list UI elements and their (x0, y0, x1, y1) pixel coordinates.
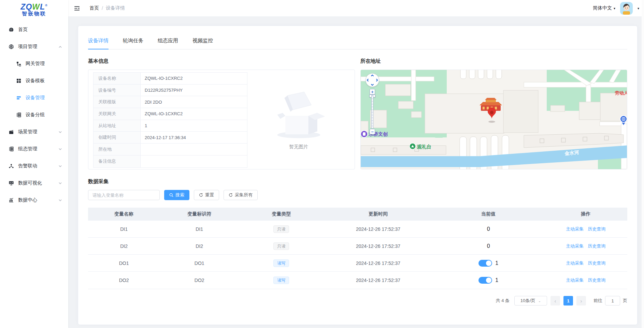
alarm-link-icon (8, 163, 14, 169)
sidebar-item-设备分组[interactable]: 设备分组 (0, 106, 68, 123)
current-value: 0 (487, 226, 490, 232)
goto-page-input[interactable] (605, 296, 620, 305)
map[interactable]: 金水河 (360, 70, 627, 169)
info-label: 所在地 (94, 144, 141, 155)
window-scrollbar[interactable] (642, 0, 644, 328)
avatar[interactable] (620, 2, 633, 15)
device-image-placeholder: 暂无图片 (247, 72, 350, 167)
map-zoom-out-button[interactable]: − (370, 129, 375, 134)
tab-视频监控[interactable]: 视频监控 (192, 38, 213, 49)
brand-subtitle: 智嵌物联 (22, 11, 46, 17)
chevron-down-icon (58, 164, 62, 168)
info-label: 设备编号 (94, 85, 141, 96)
current-value: 1 (495, 277, 498, 283)
info-value (141, 155, 247, 167)
actions-cell: 主动采集历史查询 (544, 243, 627, 249)
sidebar-item-组态管理[interactable]: 组态管理 (0, 140, 68, 158)
map-pan-control[interactable] (366, 73, 379, 87)
brand-logo[interactable]: ZQWL® 智嵌物联 (0, 0, 68, 17)
caret-down-icon[interactable]: ▾ (638, 6, 639, 10)
data-center-icon (8, 197, 14, 203)
search-icon (169, 193, 173, 197)
variable-search-input[interactable] (88, 190, 160, 200)
sidebar-item-项目管理[interactable]: 项目管理 (0, 38, 68, 55)
goto-label: 前往 (593, 298, 602, 304)
sidebar-item-数据可视化[interactable]: 数据可视化 (0, 175, 68, 192)
info-value: D122RJS2757PHY (141, 85, 247, 96)
variable-type-badge: 只读 (273, 225, 289, 233)
page-number-button[interactable]: 1 (563, 296, 573, 305)
info-value: ZQWL-IO-1CXRC2 (141, 73, 247, 84)
breadcrumb-separator: / (102, 5, 103, 11)
search-button[interactable]: 搜索 (164, 190, 189, 200)
sidebar-fold-icon[interactable] (73, 4, 81, 12)
prev-page-button[interactable]: ‹ (550, 296, 560, 305)
main-content: 设备详情轮询任务组态应用视频监控 基本信息 设备名称ZQWL-IO-1CXRC2… (68, 16, 644, 328)
sidebar-item-label: 数据中心 (18, 197, 37, 203)
empty-box-illustration (269, 89, 329, 140)
tab-轮询任务[interactable]: 轮询任务 (123, 38, 143, 49)
map-zoom-in-button[interactable]: + (370, 89, 375, 94)
sidebar-item-首页[interactable]: 首页 (0, 21, 68, 38)
sidebar-item-数据中心[interactable]: 数据中心 (0, 192, 68, 209)
breadcrumb-current: 设备详情 (106, 5, 125, 11)
next-page-button[interactable]: › (576, 296, 586, 305)
basic-info-box: 设备名称ZQWL-IO-1CXRC2设备编号D122RJS2757PHY关联模版… (88, 70, 355, 169)
language-selector[interactable]: 简体中文 ▾ (593, 5, 615, 11)
table-row: DI2DI2只读2024-12-26 17:52:370主动采集历史查询 (88, 238, 627, 255)
sidebar-item-告警联动[interactable]: 告警联动 (0, 158, 68, 175)
scene-icon (8, 129, 14, 135)
sidebar-item-label: 场景管理 (18, 129, 37, 135)
value-toggle-switch[interactable] (478, 277, 492, 284)
info-row: 创建时间2024-12-17 17:36:34 (94, 132, 247, 144)
variable-name-cell: DO2 (88, 278, 160, 283)
variable-id-cell: DO1 (160, 260, 239, 266)
action-link-history[interactable]: 历史查询 (588, 260, 605, 266)
info-value (141, 144, 247, 155)
topbar: 首页 / 设备详情 简体中文 ▾ ▾ (68, 0, 644, 16)
variable-type-cell: 读写 (239, 259, 324, 267)
info-row: 备注信息 (94, 155, 247, 167)
value-toggle-switch[interactable] (478, 260, 492, 267)
map-zoom-slider-track[interactable] (371, 95, 373, 129)
caret-down-icon: ▾ (614, 6, 615, 10)
info-value: 2DI 2DO (141, 96, 247, 108)
update-time-cell: 2024-12-26 17:52:37 (324, 243, 432, 249)
chevron-down-icon (58, 181, 62, 185)
current-value: 0 (487, 243, 490, 249)
sidebar-item-label: 网关管理 (26, 61, 45, 67)
action-link-collect[interactable]: 主动采集 (566, 243, 584, 249)
action-link-history[interactable]: 历史查询 (588, 243, 605, 249)
sidebar-item-设备模板[interactable]: 设备模板 (0, 72, 68, 89)
sidebar-item-设备管理[interactable]: 设备管理 (0, 89, 68, 106)
sidebar-item-label: 设备管理 (26, 95, 45, 101)
actions-cell: 主动采集历史查询 (544, 226, 627, 232)
info-label: 从站地址 (94, 120, 141, 132)
action-link-collect[interactable]: 主动采集 (566, 226, 584, 232)
action-link-collect[interactable]: 主动采集 (566, 278, 584, 283)
hmi-icon (8, 146, 14, 152)
action-link-collect[interactable]: 主动采集 (566, 260, 584, 266)
sidebar-item-网关管理[interactable]: 网关管理 (0, 55, 68, 72)
info-label: 备注信息 (94, 155, 141, 167)
sidebar-item-场景管理[interactable]: 场景管理 (0, 123, 68, 140)
breadcrumb-home[interactable]: 首页 (89, 5, 99, 11)
tab-设备详情[interactable]: 设备详情 (88, 38, 109, 49)
chevron-down-icon (58, 130, 62, 134)
info-label: 设备名称 (94, 73, 141, 84)
address-section: 所在地址 (360, 58, 627, 169)
variable-type-cell: 只读 (239, 242, 324, 250)
info-value: 1 (141, 120, 247, 132)
page-size-select[interactable]: 10条/页 ⌄ (514, 296, 547, 305)
refresh-icon (199, 193, 203, 197)
variable-name-cell: DO1 (88, 260, 160, 266)
logo-letter: Q (26, 2, 32, 11)
action-link-history[interactable]: 历史查询 (588, 226, 605, 232)
action-link-history[interactable]: 历史查询 (588, 278, 605, 283)
reset-button[interactable]: 重置 (194, 190, 219, 200)
tab-组态应用[interactable]: 组态应用 (158, 38, 178, 49)
current-value-cell: 1 (433, 260, 544, 267)
visualization-icon (8, 180, 14, 186)
actions-cell: 主动采集历史查询 (544, 260, 627, 266)
collect-all-button[interactable]: 采集所有 (224, 190, 258, 200)
